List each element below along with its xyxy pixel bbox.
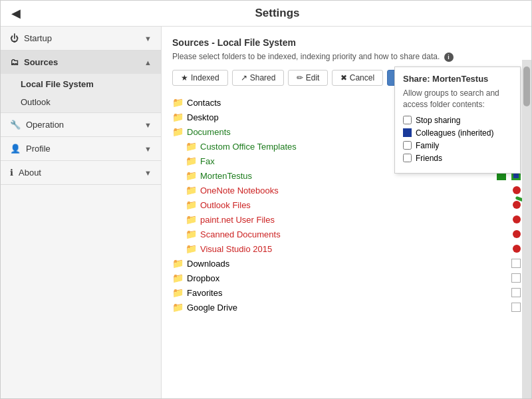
checkbox-family[interactable] (403, 141, 412, 150)
sidebar: ⏻ Startup ▼ 🗂 Sources ▲ Local File Syste… (1, 27, 162, 398)
checkbox-dropbox[interactable] (511, 273, 521, 283)
file-name-dropbox: Dropbox (187, 273, 506, 283)
folder-icon-downloads: 📁 (172, 258, 184, 269)
file-name-favorites: Favorites (187, 288, 506, 298)
sidebar-section-sources: 🗂 Sources ▲ Local File System Outlook (1, 51, 161, 113)
sidebar-item-local-file-system[interactable]: Local File System (1, 75, 161, 93)
folder-icon-desktop: 📁 (172, 112, 184, 122)
content-description: Please select folders to be indexed, ind… (172, 52, 521, 62)
dot-onenote (513, 186, 521, 194)
file-row-visualstudio: 📁 Visual Studio 2015 (172, 241, 521, 256)
scrollbar-thumb[interactable] (523, 66, 530, 106)
sidebar-item-profile[interactable]: 👤 Profile ▼ (1, 137, 161, 160)
chevron-down-icon-2: ▼ (144, 121, 152, 129)
indexed-button[interactable]: ★ Indexed (172, 70, 228, 86)
checkbox-googledrive[interactable] (511, 303, 521, 312)
file-row-scanned: 📁 Scanned Documents (172, 227, 521, 241)
main-layout: ⏻ Startup ▼ 🗂 Sources ▲ Local File Syste… (1, 27, 531, 398)
share-panel-description: Allow groups to search and access folder… (403, 88, 512, 110)
folder-icon-visualstudio: 📁 (186, 243, 198, 254)
share-panel: Share: MortenTestus Allow groups to sear… (394, 66, 521, 174)
file-name-downloads: Downloads (187, 259, 506, 269)
content-title: Sources - Local File System (172, 37, 521, 48)
header: ◀ Settings (1, 1, 531, 27)
checkbox-downloads[interactable] (511, 259, 521, 268)
folder-icon-documents: 📁 (172, 126, 184, 137)
checkbox-colleagues-blue[interactable] (403, 128, 412, 137)
folder-icon: 📁 (172, 97, 184, 108)
dot-paintnet (513, 215, 521, 223)
file-name-outlook-files[interactable]: Outlook Files (200, 200, 507, 210)
file-row-googledrive: 📁 Google Drive (172, 300, 521, 315)
folder-icon-paintnet: 📁 (186, 214, 198, 225)
share-option-family: Family (403, 141, 512, 150)
chevron-down-icon: ▼ (144, 35, 152, 43)
folder-icon-custom-office: 📁 (186, 141, 198, 152)
checkbox-friends[interactable] (403, 154, 412, 162)
scrollbar-track[interactable] (522, 60, 531, 398)
folder-icon-fax: 📁 (186, 156, 198, 166)
wrench-icon: 🔧 (10, 120, 21, 130)
sidebar-section-profile: 👤 Profile ▼ (1, 137, 161, 161)
colleagues-label: Colleagues (inherited) (416, 128, 493, 138)
sources-icon: 🗂 (10, 57, 19, 67)
file-name-paintnet[interactable]: paint.net User Files (200, 215, 507, 225)
edit-button[interactable]: ✏ Edit (288, 70, 328, 86)
chevron-up-icon: ▲ (144, 59, 152, 66)
sidebar-section-operation: 🔧 Operation ▼ (1, 113, 161, 137)
folder-icon-onenote: 📁 (186, 185, 198, 196)
star-icon-btn: ★ (181, 73, 188, 82)
folder-icon-googledrive: 📁 (172, 302, 184, 313)
page-title: Settings (34, 7, 521, 20)
file-row-onenote: 📁 OneNote Notebooks (172, 183, 521, 198)
sidebar-sub-sources: Local File System Outlook (1, 74, 161, 112)
folder-icon-outlook-files: 📁 (186, 200, 198, 210)
dot-outlook-files (513, 201, 521, 209)
cancel-button[interactable]: ✖ Cancel (332, 70, 383, 86)
chevron-down-icon-3: ▼ (144, 145, 152, 153)
file-row-paintnet: 📁 paint.net User Files (172, 212, 521, 227)
file-name-googledrive: Google Drive (187, 303, 506, 313)
file-row-dropbox: 📁 Dropbox (172, 271, 521, 285)
share-option-friends: Friends (403, 154, 512, 163)
shared-button[interactable]: ↗ Shared (232, 70, 285, 86)
friends-label: Friends (416, 154, 442, 163)
file-name-onenote[interactable]: OneNote Notebooks (200, 186, 507, 196)
folder-icon-mortentestus: 📁 (186, 170, 198, 181)
file-row-favorites: 📁 Favorites (172, 285, 521, 300)
sidebar-section-about: ℹ About ▼ (1, 161, 161, 185)
back-button[interactable]: ◀ (11, 6, 21, 21)
chevron-down-icon-4: ▼ (144, 169, 152, 177)
sidebar-item-outlook[interactable]: Outlook (1, 93, 161, 111)
share-panel-title: Share: MortenTestus (403, 74, 512, 84)
folder-icon-dropbox: 📁 (172, 273, 184, 283)
sidebar-item-about[interactable]: ℹ About ▼ (1, 161, 161, 184)
share-option-stop-sharing: Stop sharing (403, 116, 512, 125)
file-name-visualstudio[interactable]: Visual Studio 2015 (200, 244, 507, 254)
user-icon: 👤 (10, 144, 21, 154)
sidebar-section-startup: ⏻ Startup ▼ (1, 27, 161, 51)
share-option-colleagues: Colleagues (inherited) (403, 128, 512, 138)
checkbox-favorites[interactable] (511, 288, 521, 297)
folder-icon-scanned: 📁 (186, 229, 198, 239)
power-icon: ⏻ (10, 33, 19, 43)
checkbox-stop-sharing[interactable] (403, 116, 412, 124)
app-container: ◀ Settings ⏻ Startup ▼ 🗂 (0, 0, 532, 399)
stop-sharing-label: Stop sharing (416, 116, 460, 125)
info-icon: ℹ (10, 168, 13, 178)
sidebar-item-startup[interactable]: ⏻ Startup ▼ (1, 27, 161, 50)
file-row-downloads: 📁 Downloads (172, 256, 521, 271)
dot-scanned (513, 230, 521, 238)
info-tooltip-icon[interactable]: i (444, 53, 454, 62)
family-label: Family (416, 141, 439, 150)
dot-visualstudio (513, 245, 521, 253)
sidebar-item-sources[interactable]: 🗂 Sources ▲ (1, 51, 161, 74)
share-icon-btn: ↗ (241, 73, 247, 82)
file-name-scanned[interactable]: Scanned Documents (200, 229, 507, 239)
file-row-outlook-files: 📁 Outlook Files (172, 198, 521, 212)
folder-icon-favorites: 📁 (172, 287, 184, 298)
sidebar-item-operation[interactable]: 🔧 Operation ▼ (1, 113, 161, 136)
content-area: Sources - Local File System Please selec… (162, 27, 531, 398)
